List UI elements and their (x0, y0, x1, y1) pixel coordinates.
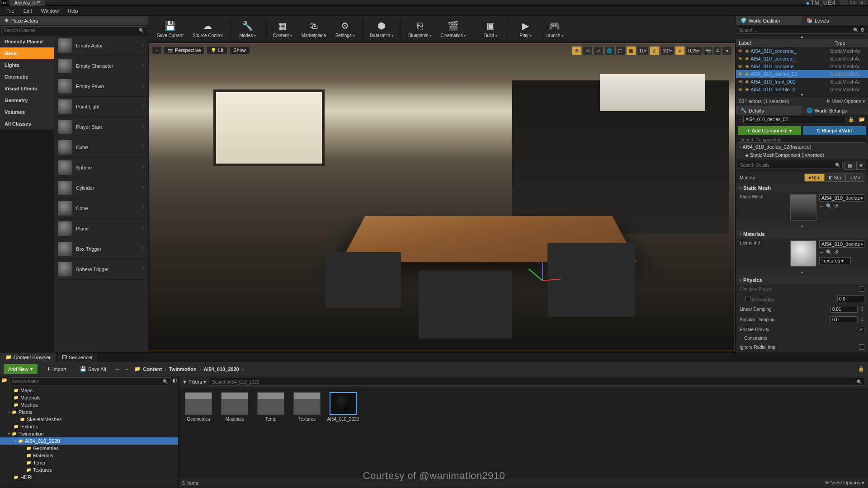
minimize-button[interactable]: — (840, 0, 848, 5)
toolbar-content[interactable]: ▦Content ▾ (269, 18, 296, 40)
cat-volumes[interactable]: Volumes (0, 106, 54, 118)
save-all-button[interactable]: 💾 Save All (75, 364, 111, 374)
expand-icon[interactable]: ▾ (8, 432, 10, 436)
viewport-perspective[interactable]: 📷 Perspective (164, 46, 205, 54)
search-components-input[interactable] (740, 137, 864, 142)
search-details[interactable]: 🔍 (738, 161, 843, 169)
details-tab[interactable]: 🔧 Details (736, 106, 802, 115)
cat-vfx[interactable]: Visual Effects (0, 83, 54, 94)
tree-item[interactable]: 📁textures (0, 423, 178, 430)
cat-basic[interactable]: Basic (0, 47, 54, 59)
filters-button[interactable]: ▼ Filters ▾ (182, 379, 206, 385)
viewport-lit[interactable]: 💡 Lit (207, 46, 227, 54)
menu-window[interactable]: Window (38, 7, 62, 14)
constraints-label[interactable]: Constraints (744, 336, 864, 341)
outliner-row[interactable]: 👁◈AI54_010_marble_0StaticMeshAc (736, 85, 868, 93)
search-assets-input[interactable] (212, 380, 857, 385)
toolbar-launch[interactable]: 🎮Launch ▾ (541, 18, 568, 40)
history-back-icon[interactable]: ← (115, 366, 120, 372)
crumb-twinmotion[interactable]: Twinmotion (169, 366, 197, 372)
mobility-toggle[interactable]: ■ Stat ◧ Sta ◇ Mo (804, 174, 864, 182)
vp-rotate-icon[interactable]: ⟲ (583, 46, 593, 55)
vp-snap-scale-icon[interactable]: ⤫ (675, 46, 685, 55)
tree-item[interactable]: 📁Geometries (0, 445, 178, 452)
help-icon[interactable]: ? (142, 206, 144, 211)
simulate-physics-checkbox[interactable] (859, 286, 864, 292)
actor-item[interactable]: Sphere? (54, 158, 148, 178)
scroll-down-icon[interactable]: ▼ (736, 93, 868, 97)
help-icon[interactable]: ? (142, 124, 144, 130)
actor-item[interactable]: Box Trigger? (54, 239, 148, 259)
search-classes-box[interactable]: 🔍 (1, 26, 146, 34)
viewport-menu[interactable]: ▾ (152, 46, 162, 54)
mass-input[interactable] (837, 296, 864, 302)
section-physics[interactable]: ▿Physics (736, 276, 868, 285)
outliner-col-type[interactable]: Type (832, 39, 868, 47)
actor-item[interactable]: Sphere Trigger? (54, 259, 148, 280)
transform-gizmo[interactable] (536, 265, 567, 296)
collapse-icon[interactable]: ◧ (172, 377, 177, 385)
cat-geometry[interactable]: Geometry (0, 94, 54, 106)
outliner-search[interactable]: 🔍 ⚙ (737, 26, 867, 34)
actor-item[interactable]: Empty Actor? (54, 36, 148, 56)
help-icon[interactable]: ? (142, 267, 144, 272)
toolbar-save-current[interactable]: 💾Save Current (153, 18, 187, 40)
crumb-current[interactable]: AI54_010_2020 (203, 366, 239, 372)
asset-item[interactable]: Textures (292, 392, 322, 422)
browse-icon[interactable]: 📂 (857, 116, 867, 123)
actor-item[interactable]: Plane? (54, 219, 148, 239)
outliner-row[interactable]: 👁◈AI54_010_declas_02StaticMeshAc (736, 70, 868, 78)
cat-recently-placed[interactable]: Recently Placed (0, 36, 54, 47)
vp-cam-speed[interactable]: 4 (714, 46, 721, 55)
vp-grid-size[interactable]: 10 ▾ (637, 46, 649, 55)
eye-icon[interactable]: 👁 (856, 161, 866, 170)
toolbar-modes[interactable]: 🔧Modes ▾ (234, 18, 261, 40)
asset-item[interactable]: AI54_010_2020 (328, 392, 359, 422)
help-icon[interactable]: ? (142, 84, 144, 89)
vp-snap-grid-icon[interactable]: ▦ (626, 46, 636, 55)
tree-item[interactable]: ▾📁Twinmotion (0, 430, 178, 437)
toolbar-source-control[interactable]: ☁Source Control (189, 18, 226, 40)
outliner-view-options[interactable]: 👁 View Options ▾ (826, 99, 865, 104)
actor-item[interactable]: Player Start? (54, 117, 148, 137)
close-button[interactable]: ✕ (858, 0, 866, 5)
toolbar-settings[interactable]: ⚙Settings ▾ (331, 18, 359, 40)
lock-sources-icon[interactable]: 🔒 (858, 366, 864, 372)
visibility-icon[interactable]: 👁 (738, 71, 743, 77)
actor-item[interactable]: Cylinder? (54, 178, 148, 198)
toolbar-play[interactable]: ▶Play ▾ (512, 18, 539, 40)
tree-item[interactable]: ▾📁AI54_010_2020 (0, 437, 178, 445)
help-icon[interactable]: ? (142, 185, 144, 191)
material-thumb[interactable] (790, 240, 816, 267)
find-asset-icon[interactable]: 🔍 (826, 249, 832, 255)
history-fwd-icon[interactable]: → (125, 366, 130, 372)
static-mesh-component[interactable]: ◈ StaticMeshComponent (Inherited) (736, 151, 868, 159)
viewport[interactable]: ▾ 📷 Perspective 💡 Lit Show ✥ ⟲ ⤢ 🌐 ◫ ▦ 1… (149, 43, 735, 351)
static-mesh-thumb[interactable] (790, 194, 816, 221)
actor-item[interactable]: Point Light? (54, 97, 148, 117)
menu-edit[interactable]: Edit (20, 7, 36, 14)
outliner-row[interactable]: 👁◈AI54_010_concrete_StaticMeshAc (736, 55, 868, 62)
reset-icon[interactable]: ↺ (834, 249, 838, 255)
vp-scale-val[interactable]: 0.25 ▾ (686, 46, 702, 55)
mobility-movable[interactable]: ◇ Mo (845, 174, 864, 182)
expand-static-mesh[interactable]: ▼ (736, 222, 868, 230)
toolbar-cinematics[interactable]: 🎬Cinematics ▾ (437, 18, 469, 40)
vp-surface-icon[interactable]: ◫ (615, 46, 625, 55)
use-asset-icon[interactable]: ← (819, 249, 824, 255)
search-classes-input[interactable] (4, 28, 139, 33)
vp-world-icon[interactable]: 🌐 (604, 46, 614, 55)
actor-item[interactable]: Cone? (54, 198, 148, 219)
content-browser-tab[interactable]: 📁 Content Browser (0, 352, 57, 362)
toolbar-marketplace[interactable]: 🛍Marketplace (298, 18, 330, 40)
scroll-up-icon[interactable]: ▲ (736, 35, 868, 39)
outliner-filter-icon[interactable]: ⚙ (860, 27, 865, 33)
vp-snap-angle-icon[interactable]: ∠ (650, 46, 660, 55)
sources-toggle-icon[interactable]: 📂 (1, 377, 8, 385)
ignore-radial-impulse-checkbox[interactable] (859, 344, 864, 350)
mobility-stationary[interactable]: ◧ Sta (825, 174, 845, 182)
tree-item[interactable]: 📁HDRI (0, 474, 178, 481)
help-icon[interactable]: ? (142, 165, 144, 170)
viewport-scene[interactable] (149, 43, 735, 351)
folder-icon[interactable]: 📁 (134, 366, 141, 372)
